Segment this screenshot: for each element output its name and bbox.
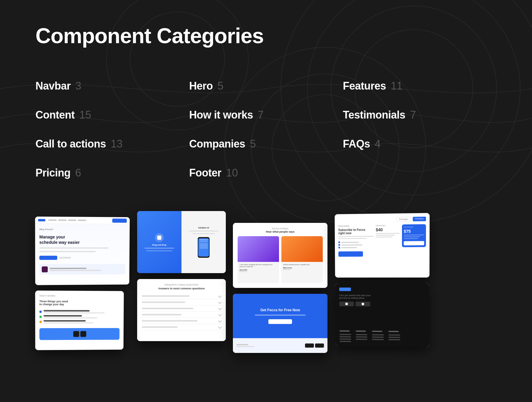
category-count-navbar: 3 bbox=[75, 80, 81, 92]
category-item-footer[interactable]: Footer 10 bbox=[189, 158, 343, 187]
category-count-content: 15 bbox=[79, 109, 91, 121]
category-name-companies: Companies bbox=[189, 138, 245, 150]
category-item-content[interactable]: Content 15 bbox=[35, 100, 189, 129]
category-name-hero: Hero bbox=[189, 80, 213, 92]
screenshot-feature[interactable]: Drag and Drop Intuitive UI bbox=[137, 211, 226, 273]
screenshot-how-it-works[interactable]: HOW IT WORKS Three things you needto cha… bbox=[35, 291, 124, 350]
category-item-faqs[interactable]: FAQs 4 bbox=[343, 129, 497, 158]
screenshot-navbar[interactable]: Why Fecca? Manage yourschedule way easie… bbox=[35, 217, 130, 285]
category-name-cta: Call to actions bbox=[35, 138, 106, 150]
category-name-how: How it works bbox=[189, 109, 253, 121]
category-item-navbar[interactable]: Navbar 3 bbox=[35, 72, 189, 100]
category-column-2: Hero 5 How it works 7 Companies 5 Footer… bbox=[189, 72, 343, 187]
category-name-content: Content bbox=[35, 109, 74, 121]
category-count-faqs: 4 bbox=[375, 138, 381, 150]
category-count-how: 7 bbox=[258, 109, 264, 121]
main-content: Component Categories Navbar 3 Content 15… bbox=[0, 0, 532, 394]
category-count-cta: 13 bbox=[111, 138, 123, 150]
gallery-col-1: Why Fecca? Manage yourschedule way easie… bbox=[35, 217, 130, 350]
category-name-navbar: Navbar bbox=[35, 80, 71, 92]
categories-grid: Navbar 3 Content 15 Call to actions 13 P… bbox=[35, 72, 497, 187]
screenshot-faq[interactable]: FREQUENTLY ASKED QUESTIONS Answers to mo… bbox=[137, 279, 226, 341]
category-name-footer: Footer bbox=[189, 167, 221, 179]
screenshot-cta[interactable]: Get Fecca for Free Now bbox=[233, 294, 327, 353]
category-item-testimonials[interactable]: Testimonials 7 bbox=[343, 100, 497, 129]
category-item-how[interactable]: How it works 7 bbox=[189, 100, 343, 129]
page-title: Component Categories bbox=[35, 24, 497, 48]
category-name-pricing: Pricing bbox=[35, 167, 71, 179]
screenshot-footer[interactable]: Let's get started and start yourjourney … bbox=[335, 283, 429, 347]
gallery-col-2: Drag and Drop Intuitive UI bbox=[137, 211, 226, 341]
category-count-testimonials: 7 bbox=[410, 109, 416, 121]
category-count-hero: 5 bbox=[218, 80, 223, 92]
category-item-companies[interactable]: Companies 5 bbox=[189, 129, 343, 158]
category-name-features: Features bbox=[343, 80, 386, 92]
category-column-1: Navbar 3 Content 15 Call to actions 13 P… bbox=[35, 72, 189, 187]
gallery-col-4: Packages Premium PACKAGES Subscribe to F… bbox=[335, 213, 429, 347]
category-count-features: 11 bbox=[391, 80, 403, 92]
category-column-3: Features 11 Testimonials 7 FAQs 4 bbox=[343, 72, 497, 187]
category-item-hero[interactable]: Hero 5 bbox=[189, 72, 343, 100]
category-item-features[interactable]: Features 11 bbox=[343, 72, 497, 100]
category-count-footer: 10 bbox=[226, 167, 238, 179]
category-count-companies: 5 bbox=[250, 138, 256, 150]
screenshot-pricing[interactable]: Packages Premium PACKAGES Subscribe to F… bbox=[335, 213, 429, 278]
category-item-pricing[interactable]: Pricing 6 bbox=[35, 158, 189, 187]
category-name-testimonials: Testimonials bbox=[343, 109, 405, 121]
category-count-pricing: 6 bbox=[75, 167, 81, 179]
category-item-cta[interactable]: Call to actions 13 bbox=[35, 129, 189, 158]
gallery-col-3: FECCA STORIES Hear what people says "I w… bbox=[233, 223, 327, 353]
category-name-faqs: FAQs bbox=[343, 138, 370, 150]
screenshot-testimonials[interactable]: FECCA STORIES Hear what people says "I w… bbox=[233, 223, 327, 288]
screenshot-gallery: Why Fecca? Manage yourschedule way easie… bbox=[35, 211, 497, 377]
